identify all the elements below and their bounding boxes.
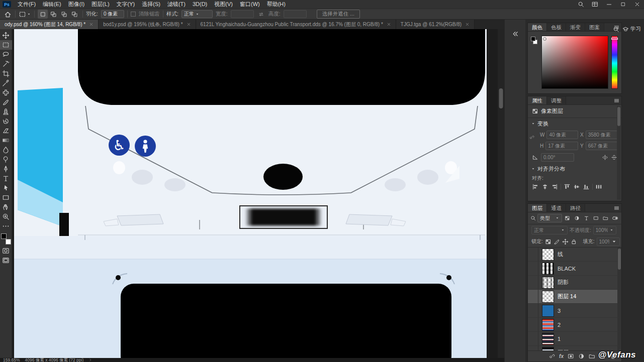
height-input[interactable] (284, 10, 307, 18)
hue-slider[interactable] (611, 36, 618, 89)
align-hcenter-button[interactable] (541, 183, 548, 190)
eraser-tool[interactable] (0, 126, 12, 136)
filter-smartobject-button[interactable] (601, 214, 609, 222)
layer-thumbnail[interactable] (542, 319, 554, 331)
hand-tool[interactable] (0, 202, 12, 212)
menu-type[interactable]: 文字(Y) (113, 0, 139, 9)
layer-thumbnail[interactable] (542, 263, 554, 275)
height-field[interactable]: 17 像素 (545, 142, 578, 150)
lock-all-button[interactable] (571, 238, 577, 245)
layer-row[interactable]: 3 (528, 304, 621, 318)
tab-paths[interactable]: 路径 (566, 204, 585, 212)
expand-panels-button[interactable] (509, 29, 522, 39)
y-field[interactable]: 667 像素 (586, 142, 620, 150)
tab-channels[interactable]: 通道 (547, 204, 566, 212)
menu-edit[interactable]: 编辑(E) (39, 0, 65, 9)
swap-dimensions-button[interactable] (257, 10, 265, 19)
color-panel-swatches[interactable] (531, 36, 538, 89)
history-brush-tool[interactable] (0, 116, 12, 126)
align-right-button[interactable] (551, 183, 558, 190)
zoom-level-field[interactable]: 159.65% (3, 358, 20, 362)
menu-view[interactable]: 视图(V) (211, 0, 236, 9)
opacity-select[interactable]: 100% (593, 226, 616, 234)
lock-pixels-button[interactable] (554, 238, 560, 245)
brush-tool[interactable] (0, 97, 12, 107)
move-tool[interactable] (0, 31, 12, 40)
tab-gradients[interactable]: 渐变 (566, 23, 585, 31)
pen-tool[interactable] (0, 164, 12, 174)
scrollbar-thumb[interactable] (618, 249, 621, 270)
dodge-tool[interactable] (0, 155, 12, 164)
menu-filter[interactable]: 滤镜(T) (164, 0, 189, 9)
document-canvas[interactable]: ♿ (12, 29, 504, 358)
tab-layers[interactable]: 图层 (528, 204, 547, 212)
canvas-scrollbar[interactable] (498, 29, 504, 358)
crop-tool[interactable] (0, 69, 12, 78)
foreground-background-colors[interactable] (1, 233, 12, 245)
menu-image[interactable]: 图像(I) (65, 0, 88, 9)
layer-row[interactable]: 2 (528, 318, 621, 332)
subtract-selection-button[interactable] (59, 10, 69, 19)
document-tab-dds[interactable]: 6121L Yinghaichadu-Guangzhou Public Tran… (196, 20, 396, 29)
layer-thumbnail[interactable] (542, 333, 554, 345)
layer-thumbnail[interactable] (542, 277, 554, 289)
tab-color[interactable]: 颜色 (528, 23, 547, 31)
visibility-toggle[interactable] (528, 248, 538, 261)
add-mask-button[interactable] (568, 353, 574, 359)
visibility-toggle[interactable] (528, 290, 538, 303)
layers-scrollbar[interactable] (617, 248, 621, 350)
antialias-checkbox[interactable] (131, 12, 136, 17)
layer-row[interactable]: BLACK (528, 262, 621, 276)
tab-properties[interactable]: 属性 (528, 96, 547, 104)
visibility-toggle[interactable] (528, 332, 538, 345)
document-tab-bod1y[interactable]: bod1y.psd @ 195% (线条, RGB/8) * (99, 20, 196, 29)
layer-thumbnail[interactable] (542, 291, 554, 303)
align-top-button[interactable] (564, 183, 571, 190)
filter-adjustment-button[interactable] (573, 214, 581, 222)
minimize-button[interactable] (602, 0, 616, 9)
quick-selection-tool[interactable] (0, 59, 12, 69)
width-input[interactable] (231, 10, 254, 18)
new-group-button[interactable] (589, 353, 595, 359)
filter-toggle-button[interactable] (611, 214, 619, 222)
layer-effects-button[interactable]: fx (559, 353, 564, 359)
rectangular-marquee-tool[interactable] (0, 40, 12, 50)
intersect-selection-button[interactable] (69, 10, 79, 19)
zoom-tool[interactable] (0, 212, 12, 221)
close-tab-icon[interactable] (89, 22, 94, 27)
layer-row[interactable]: 1 (528, 332, 621, 346)
clone-stamp-tool[interactable] (0, 107, 12, 116)
layer-row-selected[interactable]: 图层 14 (528, 290, 621, 304)
foreground-color-swatch[interactable] (1, 233, 7, 239)
fill-select[interactable]: 100% (597, 237, 620, 246)
document-tab-ody[interactable]: ody.psd @ 160% (图层 14, RGB/8) * (0, 20, 99, 29)
lock-position-button[interactable] (562, 238, 569, 245)
path-selection-tool[interactable] (0, 183, 12, 193)
visibility-toggle[interactable] (528, 304, 538, 317)
hue-slider-thumb[interactable] (611, 38, 618, 40)
link-layers-button[interactable] (548, 353, 555, 359)
style-select[interactable]: 正常 (181, 10, 213, 18)
edit-toolbar-button[interactable] (0, 221, 12, 231)
menu-layer[interactable]: 图层(L) (88, 0, 113, 9)
transform-section-header[interactable]: 变换 (528, 118, 621, 129)
distribute-horizontal-button[interactable] (595, 183, 602, 190)
align-bottom-button[interactable] (583, 183, 590, 190)
blend-mode-select[interactable]: 正常 (531, 226, 568, 234)
panel-menu-button[interactable] (611, 204, 621, 212)
visibility-toggle[interactable] (528, 262, 538, 275)
quick-mask-button[interactable] (0, 246, 12, 256)
scrollbar-thumb[interactable] (617, 107, 620, 126)
status-options-icon[interactable] (88, 358, 93, 362)
tab-patterns[interactable]: 图案 (585, 23, 604, 31)
tool-preset-dropdown[interactable] (19, 11, 31, 18)
select-and-mask-button[interactable]: 选择并遮住 ... (317, 10, 360, 19)
learn-panel-button[interactable]: 学习 (622, 26, 641, 33)
foreground-color-swatch[interactable] (531, 37, 535, 41)
layer-row[interactable]: 阴影 (528, 276, 621, 290)
new-selection-button[interactable] (38, 10, 48, 19)
flip-horizontal-icon[interactable] (602, 154, 608, 161)
add-to-selection-button[interactable] (48, 10, 58, 19)
visibility-toggle[interactable] (528, 346, 538, 350)
close-tab-icon[interactable] (387, 22, 391, 27)
